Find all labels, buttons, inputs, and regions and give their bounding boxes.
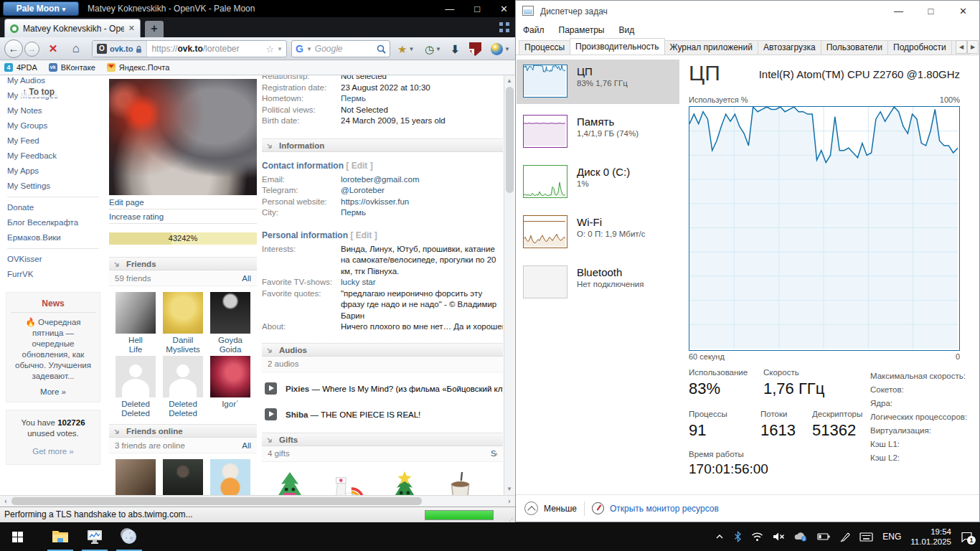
tab-users[interactable]: Пользователи bbox=[821, 40, 888, 55]
tray-expand-icon[interactable] bbox=[715, 532, 725, 541]
perf-item-wifi[interactable]: Wi-Fi О: 0 П: 1,9 Мбит/с bbox=[517, 210, 679, 255]
palemoon-menu-button[interactable]: Pale Moon▾ bbox=[3, 1, 79, 16]
adblock-button[interactable]: 1 bbox=[469, 41, 481, 57]
taskbar-task-manager[interactable] bbox=[77, 522, 112, 551]
new-tab-button[interactable]: + bbox=[145, 21, 164, 37]
personal-edit-link[interactable]: [ Edit ] bbox=[350, 230, 377, 240]
friends-header[interactable]: Friends bbox=[109, 257, 257, 270]
email-link[interactable]: loroteber@gmail.com bbox=[341, 174, 503, 186]
friend-card[interactable]: HellLife bbox=[113, 292, 158, 354]
horizontal-scroll-thumb[interactable] bbox=[11, 497, 422, 505]
gifts-header[interactable]: Gifts bbox=[262, 433, 503, 446]
telegram-link[interactable]: @Loroteber bbox=[341, 185, 503, 197]
avatar[interactable] bbox=[116, 292, 156, 334]
scroll-right-icon[interactable]: › bbox=[504, 496, 514, 507]
audio-row[interactable]: Pixies — Where Is My Mind? (из фильма «Б… bbox=[265, 381, 503, 397]
tab-startup[interactable]: Автозагрузка bbox=[758, 40, 821, 55]
minimize-button[interactable]: — bbox=[882, 1, 915, 22]
information-header[interactable]: Information bbox=[262, 138, 503, 152]
taskbar-pale-moon[interactable] bbox=[112, 522, 146, 551]
search-bar[interactable]: G ▼ Google bbox=[291, 40, 390, 57]
close-button[interactable]: ✕ bbox=[500, 4, 508, 14]
perf-item-disk[interactable]: Диск 0 (C:) 1% bbox=[517, 160, 679, 204]
friend-card[interactable]: Igor´ bbox=[208, 356, 253, 418]
friends-all-link[interactable]: All bbox=[242, 274, 251, 283]
website-link[interactable]: https://ovkisser.fun bbox=[341, 197, 503, 208]
tab-details[interactable]: Подробности bbox=[887, 40, 952, 55]
url-bar[interactable]: O ovk.to https://ovk.to/loroteber ☆ ▼ bbox=[92, 40, 287, 57]
sidebar-item-my-notes[interactable]: My Notes bbox=[0, 103, 106, 118]
forward-button[interactable]: → bbox=[24, 42, 39, 57]
to-top-button[interactable]: ↑ To top bbox=[19, 86, 58, 98]
tab-scroll-right-icon[interactable]: ▶ bbox=[967, 40, 979, 54]
pen-icon[interactable] bbox=[839, 532, 850, 542]
horizontal-scrollbar[interactable]: ‹ › bbox=[0, 495, 515, 507]
scroll-down-icon[interactable]: ▼ bbox=[504, 484, 514, 494]
start-button[interactable] bbox=[0, 522, 34, 551]
avatar[interactable] bbox=[163, 356, 203, 397]
action-center-button[interactable]: 1 bbox=[961, 532, 973, 542]
city-link[interactable]: Пермь bbox=[341, 207, 503, 219]
language-indicator[interactable]: ENG bbox=[882, 532, 901, 542]
sidebar-item-my-groups[interactable]: My Groups bbox=[0, 118, 106, 133]
perf-item-bluetooth[interactable]: Bluetooth Нет подключения bbox=[517, 260, 679, 305]
site-identity-chip[interactable]: O ovk.to bbox=[93, 41, 147, 57]
gift-image[interactable] bbox=[269, 469, 311, 496]
play-icon[interactable] bbox=[265, 408, 277, 420]
back-button[interactable]: ← bbox=[4, 39, 23, 58]
menu-options[interactable]: Параметры bbox=[559, 25, 605, 35]
friend-card[interactable]: AleksandrBorodach bbox=[161, 459, 205, 495]
bookmark-star-icon[interactable]: ☆ bbox=[265, 44, 277, 55]
gift-image[interactable] bbox=[384, 469, 425, 496]
profile-photo[interactable] bbox=[109, 79, 257, 195]
friend-card[interactable]: DeletedDeleted bbox=[161, 356, 205, 418]
menu-view[interactable]: Вид bbox=[618, 25, 634, 35]
bookmark-4pda[interactable]: 44PDA bbox=[4, 63, 37, 72]
avatar[interactable] bbox=[210, 459, 250, 495]
browser-tab[interactable]: Matvey Koknevskikh - OpenVK ✕ bbox=[4, 19, 141, 37]
sidebar-item-my-apps[interactable]: My Apps bbox=[0, 164, 106, 179]
avatar[interactable] bbox=[210, 292, 250, 334]
avatar[interactable] bbox=[163, 292, 203, 334]
increase-rating-link[interactable]: Increase rating bbox=[109, 209, 257, 224]
get-more-votes-link[interactable]: Get more » bbox=[11, 446, 95, 457]
tab-close-icon[interactable]: ✕ bbox=[128, 24, 135, 33]
scroll-up-icon[interactable]: ▲ bbox=[504, 76, 514, 86]
avatar[interactable] bbox=[116, 459, 156, 495]
news-more-link[interactable]: More » bbox=[11, 387, 95, 396]
history-button[interactable]: ◷▼ bbox=[425, 41, 441, 57]
fewer-details-button[interactable]: Меньше bbox=[524, 501, 577, 515]
battery-icon[interactable] bbox=[817, 532, 830, 541]
maximize-button[interactable]: □ bbox=[915, 1, 947, 22]
taskbar-clock[interactable]: 19:54 11.01.2025 bbox=[910, 527, 951, 547]
home-button[interactable]: ⌂ bbox=[67, 41, 85, 57]
play-icon[interactable] bbox=[265, 382, 277, 395]
volume-muted-icon[interactable] bbox=[773, 532, 785, 542]
contact-edit-link[interactable]: [ Edit ] bbox=[346, 161, 372, 171]
sidebar-item-ovkisser[interactable]: OVKisser bbox=[0, 252, 106, 267]
vertical-scroll-thumb[interactable] bbox=[506, 87, 514, 193]
onedrive-icon[interactable] bbox=[794, 532, 808, 542]
tv-shows-link[interactable]: lucky star bbox=[341, 277, 503, 288]
minimize-button[interactable]: — bbox=[445, 4, 454, 14]
sidebar-item-my-settings[interactable]: My Settings bbox=[0, 179, 106, 194]
close-button[interactable]: ✕ bbox=[947, 1, 979, 22]
bookmark-yandex-mail[interactable]: Яндекс.Почта bbox=[107, 63, 170, 72]
maximize-button[interactable]: □ bbox=[474, 4, 480, 14]
sidebar-item-ermakov-wiki[interactable]: Ермаков.Вики bbox=[0, 230, 106, 245]
avatar[interactable] bbox=[210, 356, 250, 397]
sidebar-item-my-feedback[interactable]: My Feedback bbox=[0, 149, 106, 164]
taskbar-file-explorer[interactable] bbox=[43, 522, 77, 551]
search-icon[interactable] bbox=[377, 44, 386, 54]
tab-app-history[interactable]: Журнал приложений bbox=[664, 40, 758, 55]
sidebar-item-donate[interactable]: Donate bbox=[0, 200, 106, 215]
audios-header[interactable]: Audios bbox=[262, 343, 503, 357]
gift-image[interactable] bbox=[326, 469, 368, 496]
wifi-icon[interactable] bbox=[751, 532, 763, 542]
stop-button[interactable]: ✕ bbox=[44, 41, 62, 57]
perf-item-memory[interactable]: Память 1,4/1,9 ГБ (74%) bbox=[517, 110, 679, 154]
avatar[interactable] bbox=[163, 459, 203, 495]
friend-card[interactable]: SergeyBelyakov bbox=[113, 459, 158, 495]
search-engine-dropdown-icon[interactable]: ▼ bbox=[306, 46, 312, 52]
perf-item-cpu[interactable]: ЦП 83% 1,76 ГГц bbox=[517, 60, 679, 104]
